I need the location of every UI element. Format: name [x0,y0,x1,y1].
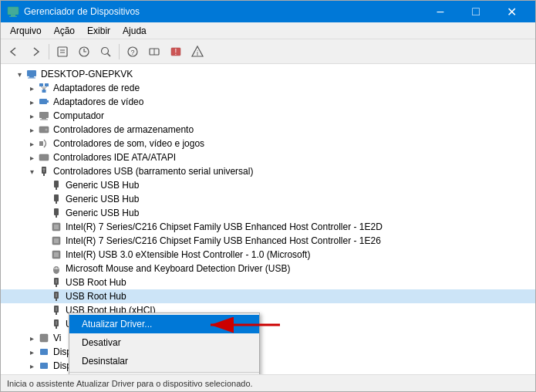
toolbar-extra3[interactable]: i [187,42,207,62]
toolbar-scan[interactable] [96,42,116,62]
sound-icon [38,137,50,150]
tree-label-intel2: Intel(R) 7 Series/C216 Chipset Family US… [66,235,381,246]
svg-rect-20 [39,83,43,86]
svg-text:?: ? [130,49,134,56]
svg-rect-42 [56,201,57,204]
tree-label-generic1: Generic USB Hub [66,180,139,191]
maximize-button[interactable]: □ [458,1,494,22]
main-content: ▾ DESKTOP-GNEPKVK ▸ [1,64,535,374]
toolbar-update[interactable] [74,42,94,62]
svg-rect-27 [47,100,49,103]
svg-line-25 [44,86,47,90]
svg-rect-0 [8,7,19,15]
toolbar-extra1[interactable] [144,42,164,62]
context-menu-uninstall[interactable]: Desinstalar [69,352,259,370]
tree-label-generic2: Generic USB Hub [66,194,139,204]
usb-hub-icon-1 [50,179,62,191]
window-title: Gerenciador de Dispositivos [24,6,423,17]
disable-label: Desativar [82,337,121,348]
tree-item-ide[interactable]: ▸ Controladores IDE ATA/ATAPI [1,150,535,164]
tree-item-usb-root1[interactable]: USB Root Hub [1,275,535,289]
toolbar-properties[interactable] [52,42,72,62]
svg-rect-68 [40,363,48,369]
svg-rect-19 [28,78,35,79]
tree-label-rede: Adaptadores de rede [53,83,140,93]
usb-ctrl-icon [38,165,50,177]
svg-rect-17 [27,70,36,76]
tree-label-usb-root2: USB Root Hub [66,291,126,302]
app-icon [7,5,19,18]
svg-rect-55 [56,285,57,287]
tree-label-ide: Controladores IDE ATA/ATAPI [53,152,176,163]
tree-item-video[interactable]: ▸ Adaptadores de vídeo [1,95,535,109]
menu-ajuda[interactable]: Ajuda [116,24,153,38]
toolbar-back[interactable] [4,42,24,62]
entrad-icon [38,373,50,374]
svg-rect-34 [39,154,49,161]
usb-root1-icon [50,276,62,289]
toolbar-extra2[interactable]: ! [166,42,186,62]
tree-item-generic1[interactable]: Generic USB Hub [1,178,535,192]
svg-rect-58 [56,299,57,301]
computer-icon [25,68,38,80]
tree-item-generic3[interactable]: Generic USB Hub [1,206,535,220]
tree-label-armazenamento: Controladores de armazenamento [53,124,194,135]
uninstall-label: Desinstalar [82,356,128,367]
tree-item-generic2[interactable]: Generic USB Hub [1,192,535,206]
svg-rect-48 [54,238,59,243]
tree-item-rede[interactable]: ▸ Adaptadores de rede [1,81,535,95]
menu-acao[interactable]: Ação [48,24,81,38]
status-bar: Inicia o assistente Atualizar Driver par… [1,374,535,391]
tree-label-intel1: Intel(R) 7 Series/C216 Chipset Family US… [66,221,383,232]
svg-rect-66 [40,334,48,342]
tree-item-desktop[interactable]: ▾ DESKTOP-GNEPKVK [1,67,535,81]
svg-rect-50 [54,252,59,257]
video-icon [38,96,50,108]
svg-rect-64 [56,326,57,329]
context-menu: Atualizar Driver... Desativar Desinstala… [69,313,260,374]
svg-rect-44 [56,215,57,218]
usb-hub-icon-2 [50,193,62,205]
toolbar-help[interactable]: ? [123,42,143,62]
tree-item-usb-ctrl[interactable]: ▾ Controladores USB (barramento serial u… [1,164,535,178]
close-button[interactable]: ✕ [494,1,529,22]
title-bar: Gerenciador de Dispositivos – □ ✕ [1,1,535,22]
context-menu-disable[interactable]: Desativar [69,333,259,352]
svg-rect-40 [56,188,57,190]
tree-item-computador[interactable]: ▸ Computador [1,109,535,123]
tree-item-armazenamento[interactable]: ▸ Controladores de armazenamento [1,123,535,137]
svg-rect-21 [45,83,49,86]
tree-label-som: Controladores de som, vídeo e jogos [53,138,204,149]
svg-rect-3 [58,47,67,56]
menu-arquivo[interactable]: Arquivo [4,24,48,38]
tree-label-intel3: Intel(R) USB 3.0 eXtensible Host Control… [66,249,310,260]
svg-rect-1 [11,15,15,16]
svg-rect-33 [39,141,43,146]
svg-line-24 [42,86,45,90]
tree-item-msmouse[interactable]: Microsoft Mouse and Keyboard Detection D… [1,262,535,275]
tree-item-intel2[interactable]: Intel(R) 7 Series/C216 Chipset Family US… [1,234,535,248]
vi-icon [38,332,50,344]
dispo2-icon [38,360,50,372]
svg-text:i: i [197,49,198,57]
tree-item-intel3[interactable]: Intel(R) USB 3.0 eXtensible Host Control… [1,248,535,262]
svg-rect-28 [39,112,49,118]
svg-rect-2 [9,16,17,17]
tree-item-usb-root2[interactable]: USB Root Hub [1,289,535,303]
tree-item-som[interactable]: ▸ Controladores de som, vídeo e jogos [1,137,535,150]
svg-rect-29 [42,118,46,120]
menu-exibir[interactable]: Exibir [81,24,116,38]
context-menu-update-driver[interactable]: Atualizar Driver... [69,315,259,333]
tree-item-intel1[interactable]: Intel(R) 7 Series/C216 Chipset Family US… [1,220,535,234]
intel3-icon [50,248,62,261]
svg-rect-39 [54,181,59,188]
tree-label-video: Adaptadores de vídeo [53,96,143,107]
minimize-button[interactable]: – [423,1,458,22]
context-menu-sep1 [69,372,259,373]
svg-rect-18 [29,76,34,78]
toolbar-forward[interactable] [25,42,46,62]
storage-icon [38,123,50,136]
ide-icon [38,151,50,164]
dispo1-icon [38,346,50,358]
svg-rect-22 [42,90,46,93]
